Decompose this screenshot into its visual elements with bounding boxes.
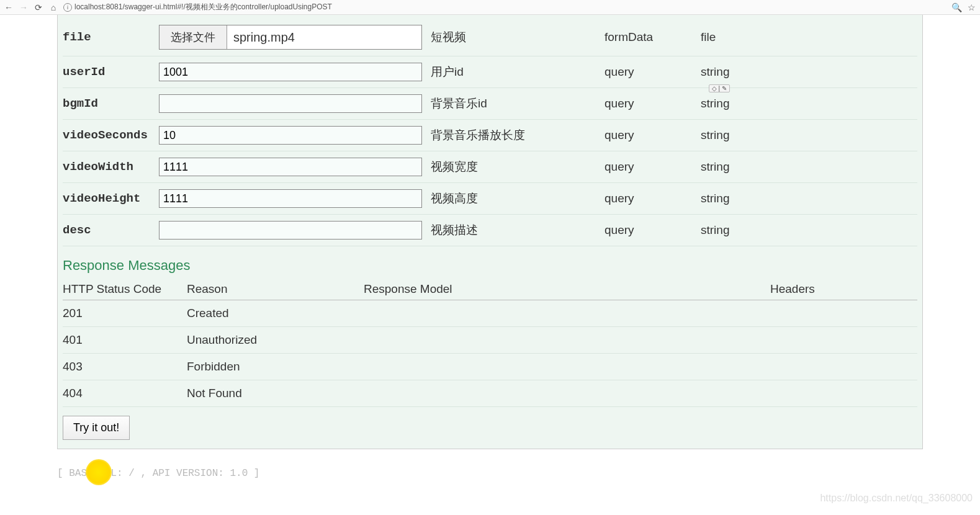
param-type: query: [605, 56, 701, 88]
param-description: 用户id: [431, 56, 605, 88]
file-choose-button[interactable]: 选择文件: [160, 25, 227, 49]
param-row: videoSeconds背景音乐播放长度querystring: [63, 120, 917, 151]
param-row: videoWidth视频宽度querystring: [63, 151, 917, 183]
param-description: 视频宽度: [431, 151, 605, 183]
param-type: query: [605, 88, 701, 120]
reload-icon[interactable]: ⟳: [34, 2, 43, 12]
response-code: 201: [63, 300, 187, 327]
copy-edit-badge[interactable]: ◇ | ✎: [709, 84, 730, 92]
param-description: 视频描述: [431, 215, 605, 246]
forward-icon[interactable]: →: [19, 2, 29, 12]
response-headers: [770, 380, 917, 407]
param-type: query: [605, 215, 701, 246]
response-row: 403Forbidden: [63, 354, 917, 380]
response-column-header: Response Model: [364, 280, 770, 300]
parameters-table: file选择文件spring.mp4短视频formDatafileuserId用…: [63, 19, 917, 246]
param-description: 短视频: [431, 19, 605, 56]
response-reason: Not Found: [187, 380, 364, 407]
param-data-type: string: [701, 120, 917, 151]
param-name: videoSeconds: [63, 120, 159, 151]
param-type: formData: [605, 19, 701, 56]
param-description: 背景音乐播放长度: [431, 120, 605, 151]
param-name: desc: [63, 215, 159, 246]
param-type: query: [605, 151, 701, 183]
response-column-header: Reason: [187, 280, 364, 300]
param-data-type: string: [701, 151, 917, 183]
param-input-videoSeconds[interactable]: [159, 126, 422, 145]
param-name: userId: [63, 56, 159, 88]
param-type: query: [605, 183, 701, 215]
response-code: 404: [63, 380, 187, 407]
response-model: [364, 354, 770, 380]
param-data-type: string: [701, 215, 917, 246]
site-info-icon[interactable]: i: [63, 3, 72, 12]
response-column-header: Headers: [770, 280, 917, 300]
browser-toolbar: ← → ⟳ ⌂ i localhost:8081/swagger-ui.html…: [0, 0, 980, 15]
response-messages-heading: Response Messages: [63, 258, 917, 274]
param-input-videoWidth[interactable]: [159, 158, 422, 176]
param-data-type: string: [701, 183, 917, 215]
response-row: 404Not Found: [63, 380, 917, 407]
home-icon[interactable]: ⌂: [48, 2, 58, 12]
address-bar[interactable]: i localhost:8081/swagger-ui.html#!/视频相关业…: [63, 2, 946, 12]
response-reason: Forbidden: [187, 354, 364, 380]
param-type: query: [605, 120, 701, 151]
file-input-control[interactable]: 选择文件spring.mp4: [159, 25, 422, 50]
param-description: 视频高度: [431, 183, 605, 215]
response-row: 401Unauthorized: [63, 327, 917, 354]
response-column-header: HTTP Status Code: [63, 280, 187, 300]
param-row: file选择文件spring.mp4短视频formDatafile: [63, 19, 917, 56]
param-name: file: [63, 19, 159, 56]
param-row: videoHeight视频高度querystring: [63, 183, 917, 215]
param-input-userId[interactable]: [159, 63, 422, 81]
response-model: [364, 380, 770, 407]
response-row: 201Created: [63, 300, 917, 327]
url-text: localhost:8081/swagger-ui.html#!/视频相关业务的…: [74, 2, 946, 12]
param-data-type: string: [701, 56, 917, 88]
response-headers: [770, 300, 917, 327]
param-row: desc视频描述querystring: [63, 215, 917, 246]
api-footer: [ BASE URL: / , API VERSION: 1.0 ]: [57, 468, 923, 479]
operation-box: ◇ | ✎ file选择文件spring.mp4短视频formDatafileu…: [57, 15, 923, 449]
response-code: 401: [63, 327, 187, 354]
param-name: videoWidth: [63, 151, 159, 183]
search-icon[interactable]: 🔍: [951, 2, 961, 12]
response-model: [364, 327, 770, 354]
response-headers: [770, 354, 917, 380]
response-reason: Created: [187, 300, 364, 327]
response-model: [364, 300, 770, 327]
star-icon[interactable]: ☆: [966, 2, 976, 12]
param-input-bgmId[interactable]: [159, 94, 422, 113]
param-name: bgmId: [63, 88, 159, 120]
response-table: HTTP Status CodeReasonResponse ModelHead…: [63, 280, 917, 407]
response-reason: Unauthorized: [187, 327, 364, 354]
back-icon[interactable]: ←: [4, 2, 14, 12]
param-row: userId用户idquerystring: [63, 56, 917, 88]
file-name-label: spring.mp4: [227, 30, 301, 45]
param-name: videoHeight: [63, 183, 159, 215]
response-code: 403: [63, 354, 187, 380]
param-input-desc[interactable]: [159, 221, 422, 240]
response-headers: [770, 327, 917, 354]
param-data-type: file: [701, 19, 917, 56]
param-data-type: string: [701, 88, 917, 120]
try-it-out-button[interactable]: Try it out!: [63, 416, 130, 440]
param-description: 背景音乐id: [431, 88, 605, 120]
param-input-videoHeight[interactable]: [159, 189, 422, 208]
param-row: bgmId背景音乐idquerystring: [63, 88, 917, 120]
